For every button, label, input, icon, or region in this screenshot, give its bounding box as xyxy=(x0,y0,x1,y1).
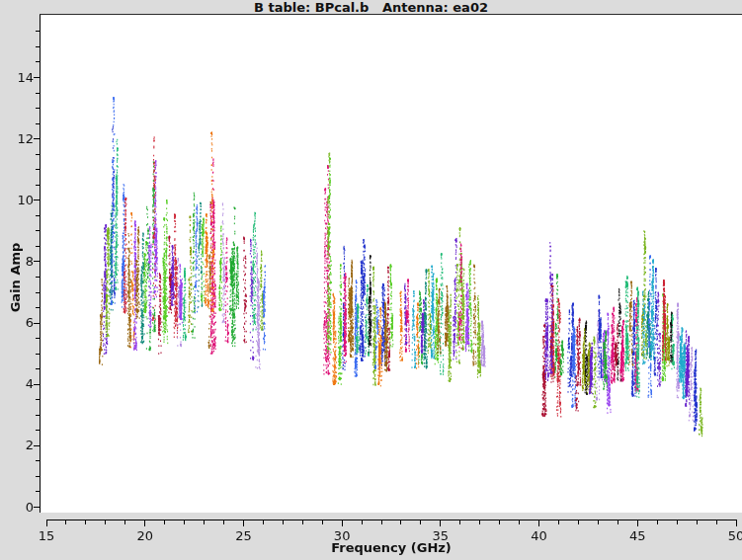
y-tick-label: 2 xyxy=(6,438,34,453)
x-axis-title: Frequency (GHz) xyxy=(46,540,736,555)
x-minor-tick xyxy=(400,520,401,524)
x-minor-tick xyxy=(204,520,205,524)
y-major-tick xyxy=(34,200,40,200)
y-minor-tick xyxy=(36,31,40,32)
y-minor-tick xyxy=(36,415,40,416)
x-minor-tick xyxy=(618,520,618,524)
y-major-tick xyxy=(34,261,40,262)
plot-window: B table: BPcal.b Antenna: ea02 152025303… xyxy=(0,0,742,560)
x-axis-line xyxy=(46,520,737,520)
x-major-tick xyxy=(243,520,244,526)
x-minor-tick xyxy=(283,520,284,524)
y-minor-tick xyxy=(36,307,40,308)
y-major-tick xyxy=(34,445,40,446)
x-major-tick xyxy=(637,520,638,526)
x-minor-tick xyxy=(697,520,698,524)
y-major-tick xyxy=(34,384,40,385)
y-minor-tick xyxy=(36,169,40,170)
y-minor-tick xyxy=(36,277,40,278)
y-axis-title: Gain Amp xyxy=(8,218,24,337)
x-major-tick xyxy=(538,520,539,526)
y-tick-label: 12 xyxy=(6,131,34,147)
x-minor-tick xyxy=(499,520,500,524)
y-major-tick xyxy=(34,507,40,508)
x-minor-tick xyxy=(479,520,480,524)
y-minor-tick xyxy=(36,185,40,186)
y-minor-tick xyxy=(36,123,40,124)
x-minor-tick xyxy=(420,520,421,524)
data-points-canvas[interactable] xyxy=(0,0,742,560)
x-minor-tick xyxy=(459,520,460,524)
x-major-tick xyxy=(144,520,145,526)
x-minor-tick xyxy=(302,520,303,524)
x-minor-tick xyxy=(65,520,66,524)
x-minor-tick xyxy=(362,520,363,524)
x-minor-tick xyxy=(716,520,717,524)
x-major-tick xyxy=(46,520,47,526)
y-tick-label: 10 xyxy=(6,193,34,208)
x-minor-tick xyxy=(558,520,559,524)
x-minor-tick xyxy=(381,520,382,524)
y-minor-tick xyxy=(36,61,40,62)
y-minor-tick xyxy=(36,476,40,477)
y-minor-tick xyxy=(36,292,40,293)
y-minor-tick xyxy=(36,154,40,155)
y-minor-tick xyxy=(36,368,40,369)
y-minor-tick xyxy=(36,230,40,231)
y-minor-tick xyxy=(36,215,40,216)
y-major-tick xyxy=(34,323,40,324)
x-minor-tick xyxy=(657,520,658,524)
x-minor-tick xyxy=(85,520,86,524)
x-minor-tick xyxy=(223,520,224,524)
y-minor-tick xyxy=(36,460,40,461)
y-minor-tick xyxy=(36,338,40,339)
y-minor-tick xyxy=(36,246,40,247)
x-minor-tick xyxy=(164,520,165,524)
x-minor-tick xyxy=(322,520,323,524)
y-minor-tick xyxy=(36,430,40,431)
x-minor-tick xyxy=(598,520,599,524)
y-minor-tick xyxy=(36,93,40,94)
y-minor-tick xyxy=(36,46,40,47)
y-major-tick xyxy=(34,77,40,78)
y-tick-label: 0 xyxy=(6,500,34,516)
y-minor-tick xyxy=(36,491,40,492)
x-major-tick xyxy=(342,520,343,526)
x-minor-tick xyxy=(519,520,520,524)
x-major-tick xyxy=(736,520,737,526)
y-minor-tick xyxy=(36,354,40,355)
y-major-tick xyxy=(34,138,40,139)
x-minor-tick xyxy=(105,520,106,524)
y-tick-label: 14 xyxy=(6,70,34,86)
y-axis-line xyxy=(40,15,41,513)
x-minor-tick xyxy=(184,520,185,524)
x-major-tick xyxy=(440,520,441,526)
y-tick-label: 4 xyxy=(6,376,34,392)
x-minor-tick xyxy=(124,520,125,524)
y-minor-tick xyxy=(36,399,40,400)
x-minor-tick xyxy=(263,520,264,524)
y-minor-tick xyxy=(36,108,40,109)
x-minor-tick xyxy=(578,520,579,524)
x-minor-tick xyxy=(677,520,678,524)
